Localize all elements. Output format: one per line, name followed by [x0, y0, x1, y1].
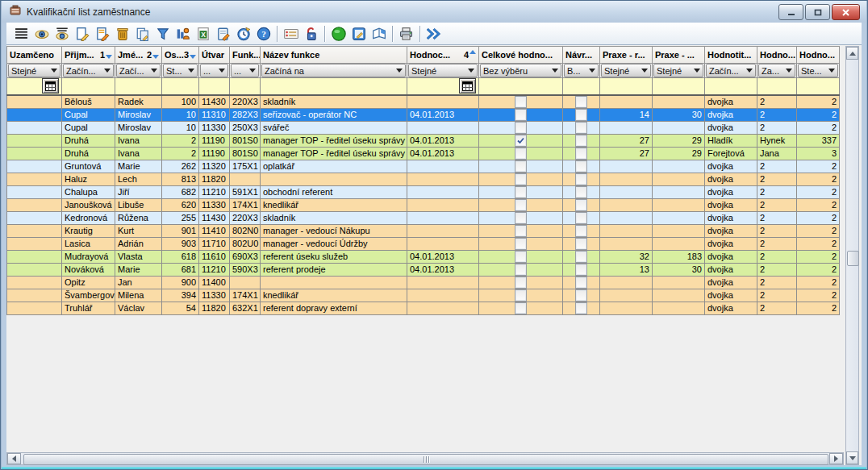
checkbox[interactable]: [575, 225, 587, 237]
filter-dropdown[interactable]: Stejné: [8, 64, 61, 77]
checkbox[interactable]: [575, 96, 587, 108]
report-edit-icon[interactable]: [213, 24, 233, 43]
filter-dropdown[interactable]: ...: [231, 64, 259, 77]
checkbox[interactable]: [515, 238, 527, 250]
planner-icon[interactable]: [369, 24, 389, 43]
horizontal-scroll-thumb[interactable]: [23, 454, 828, 465]
checkbox[interactable]: [575, 264, 587, 276]
table-row[interactable]: MudrayováVlasta61811610690X3referent úse…: [7, 250, 840, 263]
checkbox[interactable]: [575, 148, 587, 160]
checkbox[interactable]: [515, 160, 527, 173]
edit-record-icon[interactable]: [92, 24, 112, 43]
checkbox[interactable]: [515, 109, 527, 121]
filter-dropdown[interactable]: Začíná na: [261, 64, 406, 77]
vertical-scrollbar[interactable]: [845, 46, 859, 465]
filter-dropdown[interactable]: Stejné: [408, 64, 478, 77]
search-cell[interactable]: [199, 78, 230, 95]
column-header-Praxe - r...[interactable]: Praxe - r...: [600, 47, 653, 64]
filter-dropdown[interactable]: Začín...: [63, 64, 114, 77]
column-header-Hodno...[interactable]: Hodno...: [757, 47, 797, 64]
checkbox[interactable]: [575, 186, 587, 198]
checkbox[interactable]: [515, 212, 527, 224]
checkbox[interactable]: [575, 212, 587, 224]
table-row[interactable]: NovákováMarie68111210590X3referent prode…: [7, 263, 840, 276]
vertical-scroll-thumb[interactable]: [847, 251, 859, 266]
table-row[interactable]: KrautigKurt90111410802N0manager - vedouc…: [7, 224, 840, 237]
table-row[interactable]: DruháIvana211190801S0manager TOP - ředit…: [7, 134, 840, 147]
minimize-button[interactable]: [778, 4, 803, 20]
more-actions-icon[interactable]: [424, 24, 444, 43]
search-cell[interactable]: [261, 78, 407, 95]
column-header-Uzamčeno[interactable]: Uzamčeno: [7, 47, 62, 64]
delete-record-icon[interactable]: [112, 24, 132, 43]
column-header-Přijm...[interactable]: Přijm...1: [62, 47, 115, 64]
filter-dropdown[interactable]: B...: [564, 64, 599, 77]
filter-dropdown[interactable]: Stejné: [601, 64, 651, 77]
column-header-Hodno...[interactable]: Hodno...: [797, 47, 840, 64]
checkbox[interactable]: [575, 173, 587, 185]
filter-dropdown[interactable]: Ste...: [798, 64, 838, 77]
scroll-right-button[interactable]: [829, 453, 843, 464]
filter-icon[interactable]: [152, 24, 173, 43]
checkbox[interactable]: [575, 160, 587, 173]
note-edit-icon[interactable]: [348, 24, 369, 43]
checkbox[interactable]: [575, 302, 587, 314]
status-indicator-icon[interactable]: [328, 24, 348, 43]
search-cell[interactable]: [230, 78, 261, 95]
restore-button[interactable]: [805, 4, 830, 20]
table-row[interactable]: OpitzJan90011400dvojka22: [7, 276, 840, 289]
table-row[interactable]: CupalMiroslav1011330250X3svářečdvojka22: [7, 121, 840, 134]
filter-dropdown[interactable]: Stejné: [653, 64, 703, 77]
checkbox[interactable]: [515, 289, 527, 302]
column-header-Hodnotit...[interactable]: Hodnotit...: [705, 47, 757, 64]
scroll-left-button[interactable]: [7, 453, 21, 464]
checkbox[interactable]: [575, 199, 587, 211]
table-row[interactable]: CupalMiroslav1011310282X3seřizovač - ope…: [7, 108, 840, 121]
search-cell[interactable]: [653, 78, 705, 95]
horizontal-scrollbar[interactable]: [6, 452, 844, 465]
filter-dropdown[interactable]: Bez výběru: [480, 64, 561, 77]
column-header-Praxe - ...[interactable]: Praxe - ...: [653, 47, 705, 64]
search-cell[interactable]: [600, 78, 653, 95]
add-record-icon[interactable]: [72, 24, 92, 43]
search-cell[interactable]: [407, 78, 479, 95]
filter-dropdown[interactable]: Začín...: [706, 64, 756, 77]
column-header-Hodnoc...[interactable]: Hodnoc...4: [407, 47, 479, 64]
table-row[interactable]: LasicaAdrián90311710802U0manager - vedou…: [7, 237, 840, 250]
table-row[interactable]: DruháIvana211190801S0manager TOP - ředit…: [7, 147, 840, 160]
search-cell[interactable]: [7, 78, 62, 95]
unlock-icon[interactable]: [301, 24, 321, 43]
table-row[interactable]: HaluzLech81311820dvojka22: [7, 173, 840, 185]
column-header-Útvar[interactable]: Útvar: [199, 47, 230, 64]
scroll-down-button[interactable]: [846, 451, 858, 464]
employee-card-icon[interactable]: [173, 24, 193, 43]
scroll-up-button[interactable]: [846, 47, 858, 60]
column-header-Jmé...[interactable]: Jmé...2: [115, 47, 162, 64]
checkbox[interactable]: [575, 135, 587, 147]
history-clock-icon[interactable]: [233, 24, 253, 43]
search-picker-button[interactable]: [459, 78, 476, 94]
table-row[interactable]: JanouškováLibuše62011330174X1knedlikářdv…: [7, 198, 840, 211]
checkbox[interactable]: [515, 96, 527, 108]
table-row[interactable]: ŠvambergováMilena39411330174X1knedlikářd…: [7, 289, 840, 302]
filter-dropdown[interactable]: Začí...: [116, 64, 161, 77]
checkbox[interactable]: [575, 251, 587, 263]
print-icon[interactable]: [396, 24, 416, 43]
filter-dropdown[interactable]: ...: [200, 64, 228, 77]
checkbox[interactable]: [515, 302, 527, 314]
search-cell[interactable]: [797, 78, 840, 95]
column-header-Návr...[interactable]: Návr...: [563, 47, 600, 64]
search-cell[interactable]: [479, 78, 563, 95]
filter-dropdown[interactable]: Za...: [758, 64, 795, 77]
column-header-Název funkce[interactable]: Název funkce: [261, 47, 407, 64]
checkbox[interactable]: [515, 148, 527, 160]
codebook-icon[interactable]: [281, 24, 301, 43]
checkbox-checked[interactable]: [515, 135, 527, 147]
search-cell[interactable]: [115, 78, 162, 95]
checkbox[interactable]: [575, 109, 587, 121]
search-cell[interactable]: [757, 78, 797, 95]
rows-list-icon[interactable]: [11, 24, 31, 43]
checkbox[interactable]: [515, 199, 527, 211]
search-cell[interactable]: [705, 78, 757, 95]
search-cell[interactable]: [62, 78, 115, 95]
